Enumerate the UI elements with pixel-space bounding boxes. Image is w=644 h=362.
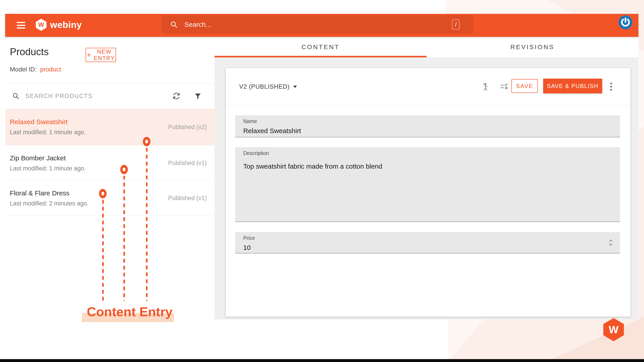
refresh-icon[interactable] <box>172 92 180 100</box>
list-item-zip-bomber-jacket[interactable]: Zip Bomber Jacket Last modified: 1 minut… <box>5 145 214 181</box>
hamburger-menu-icon[interactable] <box>17 21 26 29</box>
model-id-label: Model ID: <box>10 66 37 73</box>
status-badge: Published (v1) <box>168 160 207 167</box>
webiny-logo: W webiny <box>36 19 82 31</box>
power-icon <box>618 15 632 29</box>
tab-content[interactable]: CONTENT <box>214 37 426 57</box>
list-item-relaxed-sweatshirt[interactable]: Relaxed Sweatshirt Last modified: 1 minu… <box>5 109 214 145</box>
filter-icon[interactable] <box>194 92 202 100</box>
field-value: Relaxed Sweatshirt <box>243 127 620 135</box>
save-publish-button[interactable]: SAVE & PUBLISH <box>543 79 602 93</box>
app-header: W webiny Search... / <box>5 14 638 37</box>
new-entry-button[interactable]: + NEW ENTRY <box>86 48 116 62</box>
search-icon <box>170 21 178 28</box>
main-content-area: V2 (PUBLISHED) SAVE SAVE & PU <box>214 57 638 320</box>
annotation-marker <box>99 189 107 198</box>
tab-revisions[interactable]: REVISIONS <box>426 37 638 57</box>
page-title: Products <box>10 46 49 57</box>
content-tabbar: CONTENT REVISIONS <box>214 37 638 57</box>
webiny-hexagon-icon: W <box>36 19 46 31</box>
person-icon[interactable] <box>481 82 490 91</box>
global-search-input[interactable]: Search... / <box>162 15 474 34</box>
annotation-marker <box>120 165 128 174</box>
price-field[interactable]: Price 10 <box>235 232 620 254</box>
status-badge: Published (v2) <box>168 123 207 130</box>
entry-form-card: V2 (PUBLISHED) SAVE SAVE & PU <box>226 68 630 317</box>
status-badge: Published (v1) <box>168 195 207 202</box>
model-id: Model ID: product <box>10 66 61 73</box>
sidebar-search-bar: SEARCH PRODUCTS <box>5 83 214 109</box>
field-value: 10 <box>243 244 620 252</box>
search-products-input[interactable]: SEARCH PRODUCTS <box>25 93 93 100</box>
annotation-marker <box>143 137 150 146</box>
annotation-dotted-line <box>124 176 125 301</box>
field-label: Description <box>243 150 620 156</box>
logo-letter: W <box>609 324 618 336</box>
field-label: Name <box>243 118 620 124</box>
annotation-dotted-line <box>102 200 104 301</box>
checklist-icon[interactable] <box>500 82 509 91</box>
list-item-floral-flare-dress[interactable]: Floral & Flare Dress Last modified: 2 mi… <box>5 181 214 216</box>
search-placeholder: Search... <box>184 21 211 28</box>
plus-icon: + <box>87 51 91 58</box>
kebab-menu-icon[interactable] <box>609 81 614 92</box>
save-button[interactable]: SAVE <box>512 79 538 93</box>
field-value: Top sweatshirt fabric made from a cotton… <box>243 163 620 170</box>
field-label: Price <box>243 235 620 241</box>
search-icon <box>12 92 20 100</box>
product-list: Relaxed Sweatshirt Last modified: 1 minu… <box>5 109 214 216</box>
number-stepper[interactable] <box>608 239 614 246</box>
description-field[interactable]: Description Top sweatshirt fabric made f… <box>235 147 620 222</box>
page: W webiny Search... / Products + NEW ENTR… <box>0 0 644 362</box>
user-avatar-button[interactable] <box>618 15 632 29</box>
slash-shortcut-badge: / <box>452 19 460 30</box>
annotation-label: Content Entry <box>74 304 186 319</box>
name-field[interactable]: Name Relaxed Sweatshirt <box>235 115 620 137</box>
version-dropdown[interactable]: V2 (PUBLISHED) <box>239 83 297 90</box>
chevron-down-icon <box>293 85 297 88</box>
logo-letter: W <box>38 21 44 28</box>
brand-name: webiny <box>50 20 82 30</box>
screen-bottom-bar <box>0 359 644 362</box>
model-id-value: product <box>40 66 61 73</box>
annotation-dotted-line <box>146 148 148 301</box>
form-header: V2 (PUBLISHED) SAVE SAVE & PU <box>226 68 630 105</box>
